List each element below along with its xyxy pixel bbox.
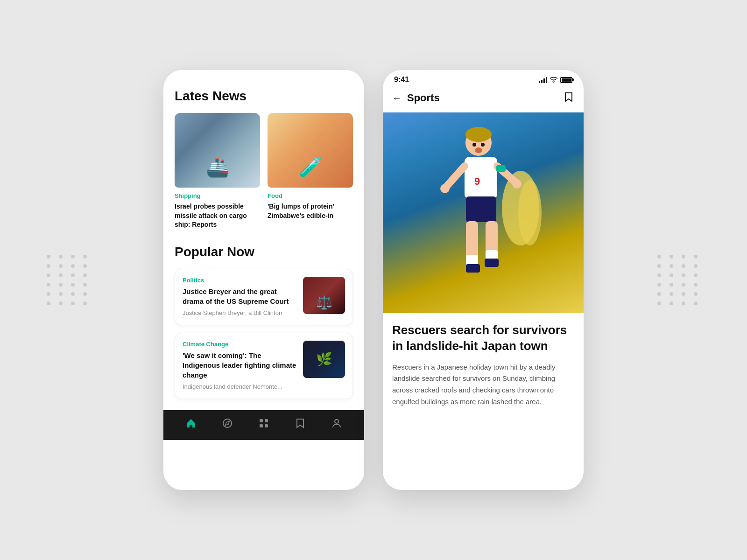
- popular-card-politics-thumb: [303, 277, 345, 314]
- popular-now-section: Popular Now Politics Justice Breyer and …: [175, 245, 353, 399]
- popular-card-politics-title: Justice Breyer and the great drama of th…: [183, 287, 296, 306]
- svg-rect-22: [466, 264, 480, 273]
- svg-rect-18: [466, 196, 496, 222]
- popular-card-politics-desc: Justice Stephen Breyer, a Bill Clinton: [183, 309, 296, 317]
- nav-grid[interactable]: [258, 418, 269, 429]
- svg-point-0: [223, 419, 232, 427]
- news-card-shipping[interactable]: Shipping Israel probes possible missile …: [175, 113, 260, 230]
- popular-card-climate-text: Climate Change 'We saw it coming': The I…: [183, 341, 296, 391]
- news-card-food[interactable]: Food 'Big lumps of protein' Zimbabwe's e…: [268, 113, 353, 230]
- decorative-dots-left: [47, 255, 90, 305]
- news-card-shipping-image: [175, 113, 260, 188]
- bottom-nav: [163, 410, 364, 440]
- status-bar: 9:41: [383, 70, 584, 88]
- news-card-food-title: 'Big lumps of protein' Zimbabwe's edible…: [268, 202, 353, 220]
- nav-profile[interactable]: [331, 418, 342, 429]
- news-cards-row: Shipping Israel probes possible missile …: [175, 113, 353, 230]
- article-body: Rescuers search for survivors in landsli…: [383, 313, 584, 422]
- svg-point-11: [465, 127, 492, 142]
- left-phone-content: Lates News Shipping Israel probes possib…: [163, 70, 364, 399]
- bookmark-button[interactable]: [563, 91, 574, 105]
- svg-point-16: [440, 184, 450, 193]
- popular-card-politics-text: Politics Justice Breyer and the great dr…: [183, 277, 296, 317]
- left-phone: Lates News Shipping Israel probes possib…: [163, 70, 364, 490]
- popular-card-climate-thumb: [303, 341, 345, 378]
- svg-rect-4: [265, 424, 268, 427]
- popular-card-climate-title: 'We saw it coming': The Indigenous leade…: [183, 350, 296, 380]
- article-hero-image: 9: [383, 112, 584, 313]
- battery-icon: [560, 77, 572, 83]
- news-card-food-image: [268, 113, 353, 188]
- nav-home[interactable]: [185, 418, 197, 429]
- popular-card-climate-desc: Indigenous land defender Nemonte...: [183, 383, 296, 391]
- news-card-shipping-category: Shipping: [175, 192, 260, 199]
- news-card-food-category: Food: [268, 192, 353, 199]
- popular-now-title: Popular Now: [175, 245, 353, 259]
- status-time: 9:41: [394, 76, 409, 84]
- popular-card-politics[interactable]: Politics Justice Breyer and the great dr…: [175, 269, 353, 325]
- svg-rect-1: [260, 419, 263, 422]
- header-left: ← Sports: [392, 92, 440, 104]
- climate-image: [303, 341, 345, 378]
- phones-container: Lates News Shipping Israel probes possib…: [145, 51, 602, 509]
- popular-card-climate[interactable]: Climate Change 'We saw it coming': The I…: [175, 333, 353, 399]
- article-body-text: Rescuers in a Japanese holiday town hit …: [392, 362, 574, 408]
- article-page-title: Sports: [407, 92, 440, 104]
- svg-point-17: [512, 179, 521, 189]
- svg-point-5: [335, 420, 338, 423]
- signal-icon: [539, 77, 547, 83]
- svg-rect-24: [485, 259, 499, 267]
- soccer-player-image: 9: [383, 112, 584, 313]
- right-phone: 9:41: [383, 70, 584, 490]
- popular-card-politics-category: Politics: [183, 277, 296, 284]
- nav-explore[interactable]: [222, 418, 233, 429]
- svg-point-6: [553, 82, 554, 83]
- status-icons: [539, 76, 572, 84]
- politics-image: [303, 277, 345, 314]
- back-button[interactable]: ←: [392, 93, 402, 104]
- article-title: Rescuers search for survivors in landsli…: [392, 322, 574, 354]
- svg-text:9: 9: [474, 175, 480, 187]
- svg-rect-20: [486, 221, 498, 254]
- decorative-dots-right: [657, 255, 700, 305]
- svg-point-27: [472, 143, 476, 147]
- svg-point-26: [475, 147, 482, 153]
- article-header: ← Sports: [383, 88, 584, 112]
- wifi-icon: [550, 76, 557, 84]
- svg-rect-19: [466, 221, 478, 259]
- svg-rect-12: [465, 157, 497, 199]
- svg-rect-25: [496, 165, 506, 172]
- latest-news-title: Lates News: [175, 89, 353, 104]
- svg-rect-2: [265, 419, 268, 422]
- news-card-shipping-title: Israel probes possible missile attack on…: [175, 202, 260, 230]
- svg-line-14: [446, 166, 465, 187]
- svg-rect-3: [260, 424, 263, 427]
- svg-point-9: [518, 180, 542, 245]
- nav-bookmark[interactable]: [295, 418, 306, 429]
- popular-card-climate-category: Climate Change: [183, 341, 296, 348]
- svg-point-28: [481, 143, 485, 147]
